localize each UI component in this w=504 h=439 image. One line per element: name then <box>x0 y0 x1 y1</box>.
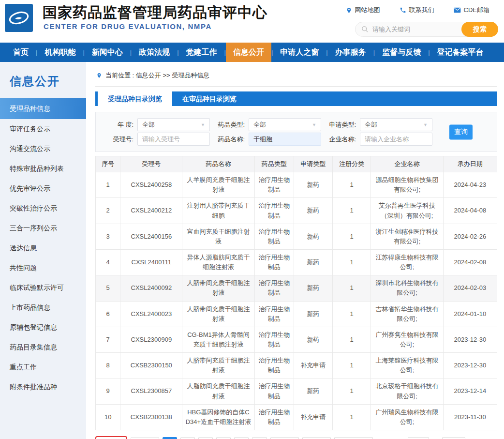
tab-under-review-catalog[interactable]: 在审品种目录浏览 <box>172 91 247 106</box>
sitemap-link[interactable]: 网站地图 <box>346 6 380 15</box>
acceptance-no-input[interactable] <box>142 136 205 143</box>
sidebar-item-0[interactable]: 受理品种信息 <box>0 98 86 119</box>
nav-item-5[interactable]: 信息公开 <box>226 43 271 62</box>
sidebar-item-1[interactable]: 审评任务公示 <box>0 119 86 139</box>
page-size-select[interactable]: 10 条/页 ∨ <box>334 437 373 439</box>
table-cell: 2 <box>96 198 120 224</box>
table-cell: CXSB2300138 <box>120 404 182 430</box>
table-cell: 1 <box>332 327 371 352</box>
location-pin-icon <box>346 7 352 14</box>
page-button-3[interactable]: 3 <box>198 437 213 439</box>
sidebar-item-4[interactable]: 优先审评公示 <box>0 179 86 198</box>
sidebar-item-6[interactable]: 三合一序列公示 <box>0 218 86 238</box>
apply-type-select[interactable]: 全部 ▼ <box>360 118 432 131</box>
contact-label: 联系我们 <box>409 6 434 15</box>
nav-item-6[interactable]: 申请人之窗 <box>273 43 326 62</box>
table-cell: 治疗用生物制品 <box>254 172 294 198</box>
page-button-4[interactable]: 4 <box>216 437 231 439</box>
table-cell: 新药 <box>294 249 332 275</box>
table-cell: 7 <box>96 327 120 352</box>
nav-item-9[interactable]: 登记备案平台 <box>430 43 491 62</box>
table-row: 7CXSL2300909CG-BM1异体人骨髓间充质干细胞注射液治疗用生物制品新… <box>96 327 497 352</box>
mailbox-link[interactable]: CDE邮箱 <box>454 6 489 15</box>
nav-item-7[interactable]: 办事服务 <box>328 43 373 62</box>
nav-item-2[interactable]: 新闻中心 <box>85 43 130 62</box>
sidebar-item-8[interactable]: 共性问题 <box>0 258 86 278</box>
breadcrumb: 当前位置 : 信息公开 >> 受理品种信息 <box>95 71 497 80</box>
sidebar-item-11[interactable]: 原辅包登记信息 <box>0 318 86 337</box>
nav-item-1[interactable]: 机构职能 <box>37 43 83 62</box>
page-button-2[interactable]: 2 <box>180 437 195 439</box>
ellipsis-button[interactable]: ... <box>252 437 267 439</box>
table-cell: 1 <box>332 378 371 404</box>
year-select-value: 全部 <box>142 121 155 129</box>
breadcrumb-text: 当前位置 : 信息公开 >> 受理品种信息 <box>105 71 209 80</box>
table-cell: 新药 <box>294 301 332 327</box>
drug-type-label: 药品类型: <box>216 121 245 129</box>
company-input[interactable] <box>365 136 428 143</box>
drug-name-label: 药品名称: <box>216 135 245 144</box>
column-header-1: 受理号 <box>120 156 182 172</box>
table-row: 3CXSL2400156宫血间充质干细胞注射液治疗用生物制品新药1浙江生创精准医… <box>96 224 497 249</box>
table-cell: 补充申请 <box>294 404 332 430</box>
prev-page-button[interactable]: 上一页 <box>131 437 159 439</box>
page-button-1[interactable]: 1 <box>163 437 177 439</box>
drug-type-select-value: 全部 <box>253 121 266 129</box>
table-row: 5CXSL2400092人脐带间充质干细胞注射液治疗用生物制品新药1深圳市北科生… <box>96 275 497 301</box>
table-cell: 8 <box>96 353 120 378</box>
table-cell: 9 <box>96 378 120 404</box>
drug-type-select[interactable]: 全部 ▼ <box>249 118 321 131</box>
site-header: 国家药品监督管理局药品审评中心 CENTER FOR DRUG EVALUATI… <box>0 0 504 43</box>
site-search-input[interactable] <box>372 26 461 33</box>
year-select[interactable]: 全部 ▼ <box>137 118 210 131</box>
sidebar-item-9[interactable]: 临床试验默示许可 <box>0 278 86 298</box>
confirm-button[interactable]: 确定 <box>442 437 465 439</box>
site-search-button[interactable]: 搜索 <box>461 22 498 37</box>
sidebar-item-3[interactable]: 特殊审批品种列表 <box>0 159 86 179</box>
table-cell: 2024-02-08 <box>443 249 497 275</box>
next-page-button[interactable]: 下一页 <box>302 437 331 439</box>
sidebar-item-10[interactable]: 上市药品信息 <box>0 298 86 318</box>
query-button[interactable]: 查询 <box>449 124 473 139</box>
table-cell: 新药 <box>294 198 332 224</box>
contact-link[interactable]: 联系我们 <box>400 6 434 15</box>
page-button-5[interactable]: 5 <box>234 437 249 439</box>
table-cell: 广州瑞风生物科技有限公司; <box>371 404 443 430</box>
table-cell: CG-BM1异体人骨髓间充质干细胞注射液 <box>182 327 254 352</box>
table-cell: 1 <box>332 224 371 249</box>
last-page-button[interactable]: 至末页 <box>270 437 299 439</box>
table-cell: CXSL2400258 <box>120 172 182 198</box>
table-cell: 10 <box>96 404 120 430</box>
sidebar-item-12[interactable]: 药品目录集信息 <box>0 337 86 357</box>
table-cell: 注射用人脐带间充质干细胞 <box>182 198 254 224</box>
table-cell: 2024-04-23 <box>443 172 497 198</box>
table-cell: CXSL2400111 <box>120 249 182 275</box>
sitemap-label: 网站地图 <box>355 6 380 15</box>
column-header-5: 注册分类 <box>332 156 371 172</box>
sidebar-item-13[interactable]: 重点工作 <box>0 357 86 377</box>
apply-type-label: 申请类型: <box>327 121 356 129</box>
tab-accepted-catalog[interactable]: 受理品种目录浏览 <box>98 91 172 106</box>
sidebar-item-14[interactable]: 附条件批准品种 <box>0 377 86 397</box>
table-cell: 2024-02-03 <box>443 275 497 301</box>
table-cell: 吉林省拓华生物科技有限公司; <box>371 301 443 327</box>
table-cell: 1 <box>332 249 371 275</box>
sidebar-item-2[interactable]: 沟通交流公示 <box>0 139 86 159</box>
sidebar-item-5[interactable]: 突破性治疗公示 <box>0 198 86 218</box>
company-field <box>360 133 432 146</box>
nav-item-4[interactable]: 党建工作 <box>179 43 224 62</box>
table-row: 6CXSL2400023人脐带间充质干细胞注射液治疗用生物制品新药1吉林省拓华生… <box>96 301 497 327</box>
drug-name-field <box>249 133 321 146</box>
nav-item-8[interactable]: 监督与反馈 <box>375 43 428 62</box>
nav-item-3[interactable]: 政策法规 <box>132 43 177 62</box>
table-cell: 异体人源脂肪间充质干细胞注射液 <box>182 249 254 275</box>
drug-name-input[interactable] <box>253 136 316 143</box>
table-row: 1CXSL2400258人羊膜间充质干细胞注射液治疗用生物制品新药1源品细胞生物… <box>96 172 497 198</box>
site-title-cn: 国家药品监督管理局药品审评中心 <box>43 3 267 23</box>
nav-item-0[interactable]: 首页 <box>6 43 36 62</box>
table-cell: 1 <box>332 301 371 327</box>
goto-page-input[interactable] <box>408 437 429 439</box>
table-cell: 治疗用生物制品 <box>254 198 294 224</box>
table-cell: 新药 <box>294 327 332 352</box>
sidebar-item-7[interactable]: 送达信息 <box>0 238 86 258</box>
